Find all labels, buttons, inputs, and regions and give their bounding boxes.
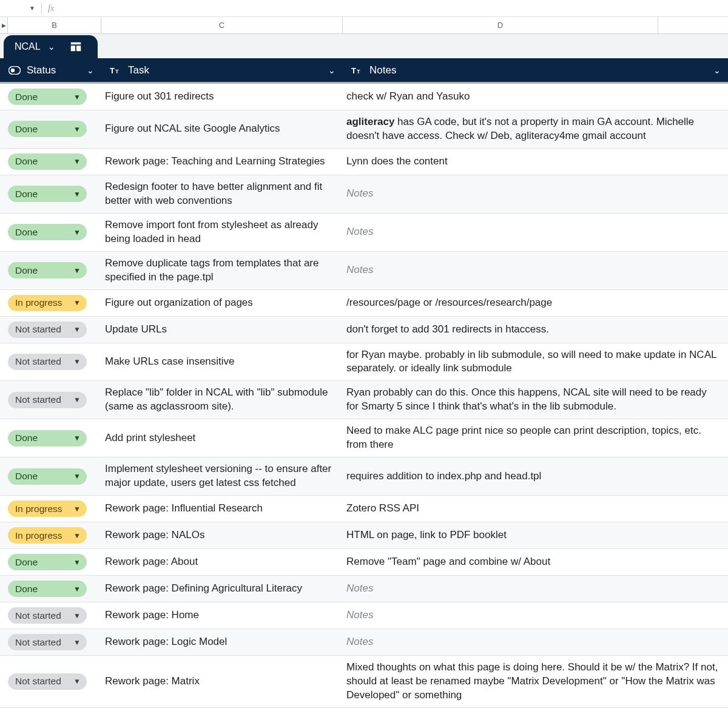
cell-task[interactable]: Rework page: Matrix [101, 656, 343, 707]
status-pill[interactable]: Done▼ [8, 121, 87, 137]
status-pill[interactable]: Done▼ [8, 581, 87, 597]
status-pill[interactable]: Not started▼ [8, 673, 87, 690]
cell-task[interactable]: Rework page: Logic Model [101, 629, 343, 655]
chevron-down-icon[interactable]: ⌄ [713, 66, 721, 75]
cell-task[interactable]: Remove import font from stylesheet as al… [101, 214, 343, 251]
cell-status[interactable]: Done▼ [0, 549, 101, 575]
field-header-task[interactable]: TT Task ⌄ [101, 58, 343, 82]
status-pill[interactable]: Not started▼ [8, 392, 87, 408]
status-label: Done [15, 156, 38, 167]
table-row: In progress▼Rework page: NALOsHTML on pa… [0, 522, 728, 549]
status-pill[interactable]: Done▼ [8, 89, 87, 105]
cell-notes[interactable]: Notes [343, 602, 728, 629]
cell-notes[interactable]: Lynn does the content [343, 149, 728, 175]
table-icon[interactable] [62, 35, 89, 58]
status-pill[interactable]: Not started▼ [8, 634, 87, 650]
field-header-notes[interactable]: TT Notes ⌄ [343, 58, 728, 82]
status-pill[interactable]: Not started▼ [8, 322, 87, 338]
cell-status[interactable]: Not started▼ [0, 602, 101, 629]
cell-notes[interactable]: for Ryan maybe. probably in lib submodul… [343, 343, 728, 381]
divider [41, 3, 42, 14]
cell-status[interactable]: Not started▼ [0, 381, 101, 419]
cell-task[interactable]: Rework page: NALOs [101, 522, 343, 548]
cell-task[interactable]: Rework page: Home [101, 602, 343, 629]
cell-notes[interactable]: /resources/page or /resources/research/p… [343, 290, 728, 316]
status-pill[interactable]: Done▼ [8, 186, 87, 202]
status-label: Not started [15, 356, 61, 367]
cell-task[interactable]: Figure out organization of pages [101, 290, 343, 316]
expand-column-button[interactable]: ▶ [0, 17, 8, 33]
cell-status[interactable]: In progress▼ [0, 290, 101, 316]
cell-task[interactable]: Rework page: Influential Research [101, 496, 343, 522]
cell-status[interactable]: Done▼ [0, 110, 101, 148]
status-pill[interactable]: In progress▼ [8, 500, 87, 517]
cell-status[interactable]: Done▼ [0, 419, 101, 457]
cell-status[interactable]: In progress▼ [0, 496, 101, 522]
column-header-b[interactable]: B [8, 17, 101, 33]
chevron-down-icon[interactable]: ⌄ [328, 66, 335, 75]
table-tab[interactable]: NCAL ⌄ [4, 35, 98, 58]
cell-notes[interactable]: agliteracy has GA code, but it's not a p… [343, 110, 728, 148]
cell-notes[interactable]: don't forget to add 301 redirects in hta… [343, 317, 728, 343]
cell-notes[interactable]: HTML on page, link to PDF booklet [343, 522, 728, 548]
cell-notes[interactable]: Notes [343, 175, 728, 213]
status-pill[interactable]: Not started▼ [8, 354, 87, 370]
cell-notes[interactable]: Notes [343, 576, 728, 602]
cell-notes[interactable]: Remove "Team" page and combine w/ About [343, 549, 728, 575]
cell-status[interactable]: Done▼ [0, 576, 101, 602]
status-pill[interactable]: Done▼ [8, 468, 87, 485]
cell-notes[interactable]: Notes [343, 252, 728, 289]
chevron-down-icon: ▼ [73, 396, 81, 404]
cell-task[interactable]: Rework page: Defining Agricultural Liter… [101, 576, 343, 602]
cell-status[interactable]: In progress▼ [0, 522, 101, 548]
table-row: Done▼Implement stylesheet versioning -- … [0, 457, 728, 496]
status-pill[interactable]: Done▼ [8, 554, 87, 570]
status-pill[interactable]: Done▼ [8, 224, 87, 240]
cell-task[interactable]: Replace "lib" folder in NCAL with "lib" … [101, 381, 343, 419]
cell-notes[interactable]: Zotero RSS API [343, 496, 728, 522]
cell-status[interactable]: Not started▼ [0, 343, 101, 381]
cell-task[interactable]: Remove duplicate tags from templates tha… [101, 252, 343, 289]
column-header-d[interactable]: D [343, 17, 658, 33]
cell-notes[interactable]: check w/ Ryan and Yasuko [343, 84, 728, 110]
cell-notes[interactable]: Notes [343, 629, 728, 655]
status-pill[interactable]: In progress▼ [8, 295, 87, 311]
cell-status[interactable]: Not started▼ [0, 656, 101, 707]
chevron-down-icon[interactable]: ⌄ [87, 66, 94, 75]
status-pill[interactable]: Done▼ [8, 153, 87, 170]
table-row: Done▼Figure out NCAL site Google Analyti… [0, 110, 728, 149]
cell-task[interactable]: Rework page: Teaching and Learning Strat… [101, 149, 343, 175]
cell-task[interactable]: Figure out NCAL site Google Analytics [101, 110, 343, 148]
column-header-c[interactable]: C [101, 17, 343, 33]
field-header-status[interactable]: Status ⌄ [0, 58, 101, 82]
cell-task[interactable]: Add print stylesheet [101, 419, 343, 457]
cell-notes[interactable]: Notes [343, 214, 728, 251]
cell-status[interactable]: Not started▼ [0, 629, 101, 655]
svg-text:T: T [115, 69, 119, 75]
cell-status[interactable]: Done▼ [0, 252, 101, 289]
cell-task[interactable]: Update URLs [101, 317, 343, 343]
cell-notes[interactable]: Ryan probably can do this. Once this hap… [343, 381, 728, 419]
chevron-down-icon[interactable]: ⌄ [48, 42, 55, 52]
cell-task[interactable]: Implement stylesheet versioning -- to en… [101, 457, 343, 495]
cell-notes[interactable]: requires addition to index.php and head.… [343, 457, 728, 495]
cell-notes[interactable]: Mixed thoughts on what this page is doin… [343, 656, 728, 707]
name-box-dropdown[interactable]: ▼ [5, 5, 35, 12]
cell-status[interactable]: Done▼ [0, 457, 101, 495]
cell-status[interactable]: Not started▼ [0, 317, 101, 343]
status-pill[interactable]: In progress▼ [8, 527, 87, 544]
chevron-down-icon: ▼ [73, 677, 81, 686]
cell-task[interactable]: Make URLs case insensitive [101, 343, 343, 381]
status-pill[interactable]: Not started▼ [8, 607, 87, 624]
cell-status[interactable]: Done▼ [0, 84, 101, 110]
status-pill[interactable]: Done▼ [8, 430, 87, 447]
status-pill[interactable]: Done▼ [8, 262, 87, 278]
notes-placeholder: Notes [346, 608, 373, 622]
cell-status[interactable]: Done▼ [0, 214, 101, 251]
cell-status[interactable]: Done▼ [0, 149, 101, 175]
cell-status[interactable]: Done▼ [0, 175, 101, 213]
cell-task[interactable]: Figure out 301 redirects [101, 84, 343, 110]
cell-notes[interactable]: Need to make ALC page print nice so peop… [343, 419, 728, 457]
cell-task[interactable]: Redesign footer to have better alignment… [101, 175, 343, 213]
cell-task[interactable]: Rework page: About [101, 549, 343, 575]
